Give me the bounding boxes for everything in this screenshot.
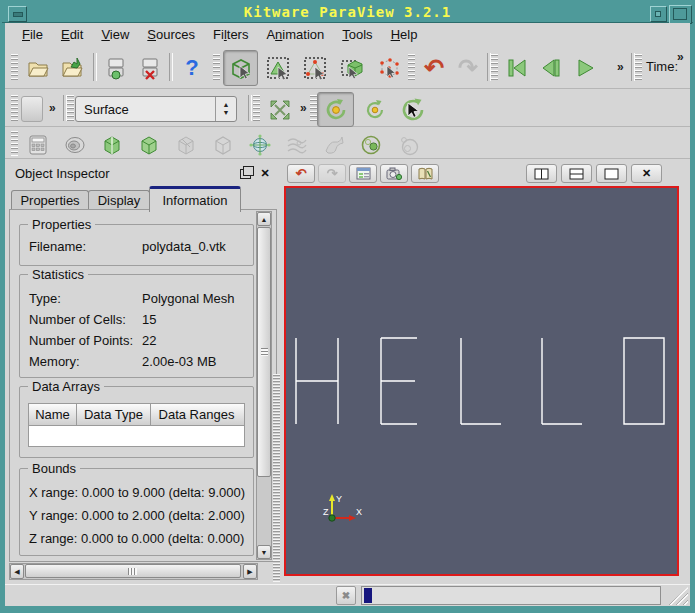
window-restore-button[interactable] [650, 6, 667, 22]
close-view-button[interactable]: ✕ [631, 164, 662, 183]
menu-sources[interactable]: Sources [138, 25, 204, 44]
horizontal-scroll-thumb[interactable] [25, 564, 241, 578]
edit-color-map-button[interactable] [411, 164, 439, 183]
adjust-camera-button[interactable] [380, 164, 408, 183]
camera-redo-button[interactable]: ↷ [318, 164, 346, 183]
open-file-button[interactable] [21, 51, 55, 85]
stream-tracer-filter-button[interactable] [281, 129, 313, 160]
help-button[interactable]: ? [175, 51, 209, 85]
x-range-row: X range: 0.000 to 9.000 (delta: 9.000) [29, 485, 245, 500]
toolbar-grip[interactable] [491, 54, 498, 81]
extract-subset-filter-button[interactable] [207, 129, 239, 160]
column-name[interactable]: Name [29, 404, 77, 425]
redo-button[interactable]: ↷ [451, 51, 485, 85]
representation-select[interactable]: Surface ▲▼ [75, 96, 237, 122]
rotate-3d-mode-button[interactable] [317, 92, 354, 127]
first-frame-button[interactable] [500, 51, 534, 85]
toolbar-grip[interactable] [310, 95, 317, 121]
edit-view-options-button[interactable] [349, 164, 377, 183]
menu-filters[interactable]: Filters [204, 25, 257, 44]
statistics-groupbox: Statistics Type: Polygonal Mesh Number o… [19, 274, 254, 378]
tab-properties[interactable]: Properties [11, 190, 89, 210]
split-view-vertical-button[interactable] [561, 164, 592, 183]
dock-close-button[interactable]: ✕ [257, 166, 273, 181]
menu-tools[interactable]: Tools [333, 25, 381, 44]
tab-information[interactable]: Information [149, 186, 241, 212]
dock-splitter-handle[interactable] [273, 374, 280, 582]
save-data-button[interactable] [55, 51, 89, 85]
previous-frame-button[interactable] [534, 51, 568, 85]
menu-help[interactable]: Help [382, 25, 427, 44]
window-resize-grip[interactable] [668, 587, 688, 605]
toolbar-grip[interactable] [11, 95, 18, 121]
scroll-right-button[interactable]: ▶ [243, 564, 257, 579]
undo-button[interactable]: ↶ [417, 51, 451, 85]
scroll-up-button[interactable]: ▲ [257, 212, 271, 226]
stat-label: Memory: [29, 354, 80, 369]
filename-label: Filename: [29, 239, 86, 254]
group-datasets-button[interactable] [355, 129, 387, 160]
colorby-overflow-chevron[interactable]: » [49, 101, 56, 115]
column-data-ranges[interactable]: Data Ranges [151, 404, 242, 425]
scroll-left-button[interactable]: ◀ [10, 564, 24, 579]
slice-filter-button[interactable] [133, 129, 165, 160]
calculator-filter-button[interactable] [22, 129, 54, 160]
abort-progress-button[interactable]: ✖ [336, 586, 356, 605]
toolbar-grip[interactable] [11, 54, 18, 81]
camera-overflow-chevron[interactable]: » [300, 101, 307, 115]
clip-cube-icon [101, 134, 123, 156]
threshold-filter-button[interactable] [170, 129, 202, 160]
menu-file[interactable]: File [13, 25, 52, 44]
disconnect-server-button[interactable] [133, 51, 167, 85]
vertical-scroll-thumb[interactable] [257, 227, 271, 477]
panel-vertical-scrollbar[interactable]: ▲ ▼ [256, 211, 272, 560]
panel-horizontal-scrollbar[interactable]: ◀ ▶ [9, 563, 258, 580]
select-points-through-button[interactable] [371, 50, 406, 86]
tab-display[interactable]: Display [88, 190, 150, 210]
vcr-overflow-chevron[interactable]: » [617, 60, 624, 74]
ungroup-datasets-icon [397, 134, 419, 156]
column-data-type[interactable]: Data Type [77, 404, 151, 425]
time-label: Time: [646, 59, 678, 74]
select-cells-through-button[interactable] [334, 50, 369, 86]
glyph-filter-button[interactable] [244, 129, 276, 160]
play-button[interactable] [568, 51, 602, 85]
data-arrays-table[interactable]: Name Data Type Data Ranges [28, 403, 245, 447]
render-viewport[interactable]: HELLO [284, 186, 679, 576]
camera-undo-button[interactable]: ↶ [287, 164, 315, 183]
title-bar[interactable]: Kitware ParaView 3.2.1 [2, 2, 693, 23]
rotate-2d-mode-button[interactable] [357, 92, 393, 127]
cube-cursor-icon [228, 55, 254, 81]
dock-header[interactable]: Object Inspector ✕ [5, 162, 281, 186]
select-surface-cells-button[interactable] [223, 50, 258, 86]
color-by-button[interactable] [21, 96, 43, 122]
toolbar-grip[interactable] [408, 54, 415, 81]
toolbar-grip[interactable] [213, 54, 220, 81]
time-overflow-chevron[interactable]: » [677, 50, 684, 64]
clip-filter-button[interactable] [96, 129, 128, 160]
menu-animation[interactable]: Animation [257, 25, 333, 44]
bounds-groupbox: Bounds X range: 0.000 to 9.000 (delta: 9… [19, 468, 254, 556]
select-points-on-button[interactable] [297, 50, 332, 86]
toolbar-grip[interactable] [253, 95, 260, 121]
select-cells-on-button[interactable] [260, 50, 295, 86]
toolbar-grip[interactable] [635, 54, 642, 81]
progress-bar [361, 586, 661, 605]
ungroup-datasets-button[interactable] [392, 129, 424, 160]
combobox-spinner-icon[interactable]: ▲▼ [215, 97, 236, 121]
scroll-down-button[interactable]: ▼ [257, 545, 271, 559]
reset-camera-button[interactable] [263, 93, 297, 126]
connect-server-button[interactable] [99, 51, 133, 85]
menu-view[interactable]: View [92, 25, 138, 44]
contour-filter-button[interactable] [59, 129, 91, 160]
dock-float-button[interactable] [237, 166, 253, 181]
roll-camera-button[interactable] [395, 92, 431, 127]
menu-edit[interactable]: Edit [52, 25, 92, 44]
split-view-horizontal-button[interactable] [526, 164, 557, 183]
maximize-view-button[interactable] [596, 164, 627, 183]
window-maximize-button[interactable] [669, 5, 692, 24]
warp-vector-filter-button[interactable] [318, 129, 350, 160]
stat-label: Number of Points: [29, 333, 133, 348]
toolbar-grip[interactable] [11, 131, 18, 156]
toolbar-grip[interactable] [67, 95, 74, 121]
